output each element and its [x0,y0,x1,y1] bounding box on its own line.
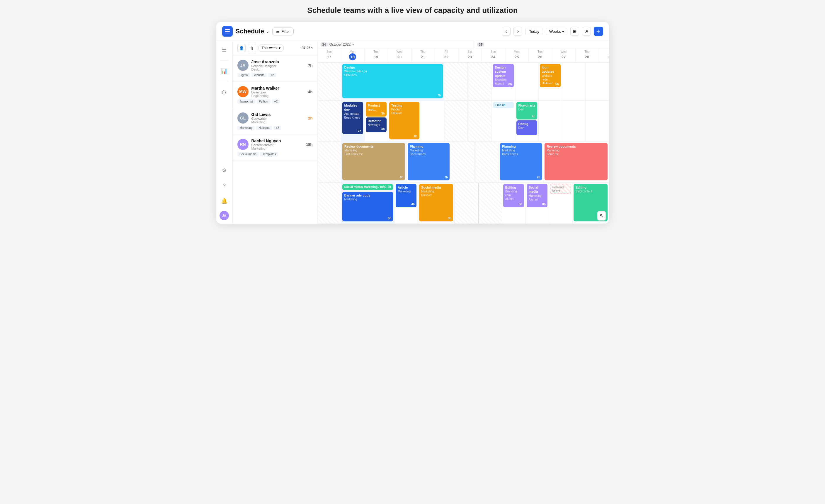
calendar-area: 34 October 2022 ▾ 35 Sun 17 [318,41,609,224]
filter-button[interactable]: ⚌ Filter [272,27,294,35]
week-select-chevron: ▾ [279,46,281,50]
task-jose-design[interactable]: Design Website redesign SBM labs 7h [342,64,443,98]
cell-rachel-tue26[interactable]: Social media Marketing Alumni 8h [525,183,549,224]
person-role-rachel: Content creator [251,143,303,147]
cell-rachel-sun17[interactable] [318,183,341,224]
person-details-gid: Gid Lewis Copywriter Marketing [251,112,305,124]
expand-button[interactable]: ↗ [582,27,591,36]
task-jose-icon-updates[interactable]: Icon updates Website rede... Unilever 5h [540,64,560,87]
person-details-jose: Jose Aranzola Graphic Designer Design [251,60,305,71]
week-select[interactable]: This week ▾ [258,45,284,52]
sidebar-settings-icon[interactable]: ⚙ [219,165,229,176]
cell-gid-mon18[interactable]: Review documents Marketing Fast Track In… [341,142,406,182]
task-rachel-article[interactable]: Article Marketing 4h [396,184,417,207]
person-role-jose: Graphic Designer [251,64,305,68]
cell-martha-fri22[interactable] [421,101,444,142]
cell-martha-tue26[interactable]: Flowcharts Dev 4h Debug Dev [515,101,539,142]
cell-martha-fri29[interactable] [586,101,609,142]
schedule-title: Schedule ⌄ [236,27,270,35]
day-sat23: Sat 23 [458,48,482,62]
next-button[interactable]: › [514,27,522,36]
cursor-icon[interactable]: ↖ [597,211,606,221]
cell-martha-wed20[interactable]: Testing Product Unilever 8h [388,101,421,142]
cell-gid-sat23[interactable] [451,142,474,182]
cell-martha-sat23[interactable] [444,101,468,142]
calendar-wrapper: 34 October 2022 ▾ 35 Sun 17 [318,41,609,224]
task-gid-planning[interactable]: Planning Marketing Bees Knees 7h [408,143,450,180]
cell-martha-mon25[interactable]: Time off [492,101,515,142]
cell-jose-tue26[interactable] [515,63,539,100]
day-sun17: Sun 17 [318,48,341,62]
day-sun24: Sun 24 [482,48,505,62]
cell-jose-sun24[interactable] [468,63,492,100]
cell-jose-wed27[interactable]: Icon updates Website rede... Unilever 5h [539,63,562,100]
avatar-rachel: RN [237,139,248,150]
task-martha-debug[interactable]: Debug Dev [516,120,537,135]
sidebar-clock-icon[interactable]: ⏱ [219,87,229,98]
task-martha-flowcharts[interactable]: Flowcharts Dev 4h [516,102,537,119]
person-hours-rachel: 18h [306,142,312,147]
cell-martha-thu28[interactable] [562,101,586,142]
cell-martha-sun17[interactable] [318,101,341,142]
person-hours-jose: 7h [308,63,312,68]
cell-rachel-sat23[interactable] [455,183,478,224]
cell-rachel-mon18[interactable]: Social media/ Marketing / BBC 2h Banner … [341,183,395,224]
cell-martha-wed27[interactable] [539,101,562,142]
task-rachel-social-media[interactable]: Social media Marketing Unilever 8h [419,184,453,222]
task-martha-refactor[interactable]: Refactor New tags 4h [366,117,387,132]
cell-gid-mon25[interactable]: Planning Marketing Bees Knees 7h [499,142,543,182]
grid-view-button[interactable]: ⊞ [570,27,579,36]
prev-button[interactable]: ‹ [502,27,511,36]
avatar-martha: MW [237,86,248,97]
sidebar-help-icon[interactable]: ? [219,180,229,191]
day-header-row: Sun 17 Mon 18 Tue 19 Wed 20 [318,48,609,63]
cell-martha-sun24[interactable] [468,101,492,142]
cell-gid-wed27[interactable]: Review documents Marketing Sonic Inc [543,142,609,182]
cell-jose-sat23[interactable] [444,63,468,100]
cell-rachel-mon25[interactable]: Editing Branding cam... Alumni 5h [502,183,525,224]
sidebar-chart-icon[interactable]: 📊 [219,66,229,76]
day-fri29: Fri 29 [599,48,609,62]
task-rachel-banner[interactable]: Banner ads copy Marketing 5h [342,192,393,222]
cell-rachel-wed27[interactable]: Personal Leave [549,183,572,224]
cell-martha-mon18[interactable]: Modules dev App update Bees Knees 7h [341,101,365,142]
cell-jose-mon25[interactable]: Design system update Branding Alumni 8h [492,63,515,100]
task-martha-product-revi[interactable]: Product revi... 3h [366,102,387,116]
cell-gid-thu21[interactable]: Planning Marketing Bees Knees 7h [406,142,451,182]
day-mon18: Mon 18 [341,48,365,62]
task-rachel-editing[interactable]: Editing Branding cam... Alumni 5h [503,184,524,207]
menu-button[interactable] [222,26,233,36]
cell-gid-sun17[interactable] [318,142,341,182]
task-rachel-social[interactable]: Social media/ Marketing / BBC 2h [342,184,393,190]
sidebar-list-icon[interactable]: ☰ [219,45,229,55]
cell-rachel-wed20[interactable]: Article Marketing 4h [394,183,418,224]
cell-jose-mon18[interactable]: Design Website redesign SBM labs 7h [341,63,444,100]
cell-jose-thu28[interactable] [562,63,586,100]
task-martha-modules-dev[interactable]: Modules dev App update Bees Knees 7h [342,102,363,134]
task-gid-review-docs[interactable]: Review documents Marketing Fast Track In… [342,143,405,180]
add-button[interactable]: + [594,27,603,36]
cell-rachel-thu21[interactable]: Social media Marketing Unilever 8h [418,183,455,224]
cell-gid-sun24[interactable] [475,142,499,182]
grid-row-martha: Modules dev App update Bees Knees 7h Pro… [318,101,609,142]
sidebar-bell-icon[interactable]: 🔔 [219,196,229,206]
cell-rachel-sun24[interactable] [478,183,502,224]
cell-jose-sun17[interactable] [318,63,341,100]
task-gid-planning2[interactable]: Planning Marketing Bees Knees 7h [500,143,542,180]
task-martha-testing[interactable]: Testing Product Unilever 8h [389,102,420,140]
week-header-row: 34 October 2022 ▾ 35 [318,41,609,48]
cell-rachel-thu28[interactable]: Editing SEO content ↖ [572,183,609,224]
sidebar-avatar[interactable]: JA [220,211,229,220]
weeks-dropdown[interactable]: Weeks ▾ [546,28,568,35]
task-gid-review-sonic[interactable]: Review documents Marketing Sonic Inc [544,143,607,180]
people-icon[interactable]: 👤 [237,44,246,52]
task-jose-design-system[interactable]: Design system update Branding Alumni 8h [493,64,514,87]
today-button[interactable]: Today [525,28,543,35]
person-info-martha: MW Martha Walker Developer Engineering 4… [237,86,313,97]
person-tags-jose: Figma Website +2 [237,73,313,77]
cell-jose-fri29[interactable] [586,63,609,100]
person-dept-gid: Marketing [251,120,305,124]
cell-martha-tue19[interactable]: Product revi... 3h Refactor New tags 4h [365,101,388,142]
task-rachel-social2[interactable]: Social media Marketing Alumni 8h [527,184,547,207]
sort-icon[interactable]: ⇅ [248,44,256,52]
